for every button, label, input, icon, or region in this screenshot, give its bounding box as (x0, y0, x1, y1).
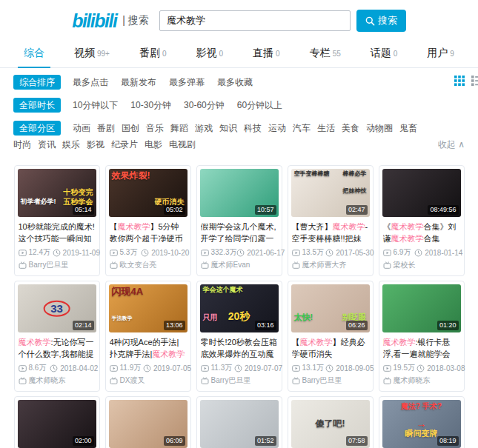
video-thumbnail[interactable]: 硬币消失效果炸裂! 05:02 (109, 169, 187, 217)
video-card[interactable]: 08:49:56 《魔术教学合集》刘谦魔术教学合集 6.9万 2018-01-1… (379, 165, 465, 276)
video-title[interactable]: 零时长!20秒教会压箱底效果爆炸的互动魔术【Barry (201, 336, 278, 360)
video-thumbnail[interactable]: 瞬间变牌→魔法? 手术? 08:19 (382, 400, 461, 448)
filter-option[interactable]: 最新发布 (121, 74, 156, 90)
video-card[interactable]: 瞬间变牌→魔法? 手术? 08:19 无道具!简单炫酷的瞬间变牌【咕咕星魔术教学… (379, 396, 465, 448)
filter-option[interactable]: 运动 (268, 120, 286, 136)
uploader[interactable]: 魔术师曹大齐 (292, 260, 369, 270)
filter-badge-active[interactable]: 综合排序 (13, 75, 61, 90)
filter-option[interactable]: 60分钟以上 (237, 97, 282, 113)
tab-话题[interactable]: 话题0 (369, 40, 399, 67)
video-title[interactable]: 10秒就能完成的魔术!这个技巧能一瞬间知道观众选择 (19, 221, 96, 244)
filter-option[interactable]: 10分钟以下 (73, 97, 118, 113)
video-card[interactable]: 别眨眼太快! 06:26 【魔术教学】经典必学硬币消失术!Striking Va… (288, 281, 374, 392)
video-card[interactable]: 初学者必学!五秒学会十秒变完 05:14 10秒就能完成的魔术!这个技巧能一瞬间… (14, 165, 100, 276)
duration-badge: 08:49:56 (428, 205, 458, 215)
filter-option[interactable]: 汽车 (293, 120, 311, 136)
filter-option[interactable]: 最多收藏 (217, 74, 253, 90)
filter-option[interactable]: 美食 (342, 120, 359, 136)
uploader[interactable]: 魔术师晓东 (19, 375, 96, 386)
video-card[interactable]: 10:57 假期学会这几个魔术,开学了给同学们露一手【魔术师 332.3万 20… (196, 165, 282, 276)
video-card[interactable]: 02:00 魔术教学:纯手法瞬间变牌!一分钟学会! 14.4万 2017-02-… (14, 396, 100, 448)
video-thumbnail[interactable]: 把妹神技棒棒必学空手变棒棒糖 02:47 (291, 169, 370, 217)
video-thumbnail[interactable]: 06:09 (109, 400, 187, 448)
filter-option[interactable]: 娱乐 (62, 136, 80, 153)
filter-option[interactable]: 生活 (317, 120, 335, 136)
search-input[interactable] (159, 10, 351, 31)
filter-option[interactable]: 舞蹈 (170, 120, 188, 136)
search-button[interactable]: 搜索 (356, 10, 406, 32)
filter-option[interactable]: 知识 (219, 120, 237, 136)
duration-badge: 07:58 (346, 436, 368, 446)
filter-option[interactable]: 动画 (73, 120, 90, 136)
tab-综合[interactable]: 综合 (22, 40, 46, 67)
video-thumbnail[interactable]: 01:20 (382, 284, 461, 332)
video-card[interactable]: 硬币消失效果炸裂! 05:02 【魔术教学】5分钟教你两个超干净硬币消失魔术! … (105, 165, 191, 276)
video-thumbnail[interactable]: 别眨眼太快! 06:26 (291, 284, 370, 332)
tab-直播[interactable]: 直播0 (251, 40, 282, 67)
uploader[interactable]: 梁校长 (383, 260, 460, 270)
tab-用户[interactable]: 用户9 (425, 40, 456, 67)
video-card[interactable]: 06:09 【B&W】【魔术教学+抽奖】橡皮筋穿越 8.7万 2015-03-0… (105, 396, 191, 448)
uploader[interactable]: Barry巴旦里 (19, 260, 96, 270)
tab-影视[interactable]: 影视0 (195, 40, 225, 67)
tab-番剧[interactable]: 番剧0 (138, 40, 168, 67)
filter-option[interactable]: 动物圈 (366, 120, 393, 136)
filter-option[interactable]: 30-60分钟 (184, 97, 225, 113)
filter-option[interactable]: 游戏 (195, 120, 213, 136)
filter-option[interactable]: 影视 (87, 136, 104, 153)
list-view-icon[interactable] (471, 76, 478, 86)
video-thumbnail[interactable]: 02:00 (18, 400, 96, 448)
filter-option[interactable]: 纪录片 (111, 136, 138, 153)
video-thumbnail[interactable]: 10:57 (200, 169, 279, 217)
video-title[interactable]: 【曹大齐】魔术教学-空手变棒棒糖!!把妹神招! (292, 221, 369, 244)
filter-option[interactable]: 鬼畜 (399, 120, 417, 136)
video-thumbnail[interactable]: 手法教学闪现4A 13:06 (109, 284, 187, 332)
filter-option[interactable]: 最多弹幕 (169, 74, 205, 90)
video-card[interactable]: 把妹神技棒棒必学空手变棒棒糖 02:47 【曹大齐】魔术教学-空手变棒棒糖!!把… (288, 165, 374, 276)
video-title[interactable]: 【魔术教学】经典必学硬币消失术!Striking Vanish (292, 336, 369, 360)
video-card[interactable]: 01:52 单手滚硬币,超简单帅气手法,学会后随时表演! 158.1万 2019… (196, 396, 282, 448)
video-card[interactable]: 01:20 魔术教学:银行卡悬浮,看一遍就能学会 19.5万 2018-03-0… (379, 281, 465, 392)
video-card[interactable]: 20秒只用学会这个魔术 03:16 零时长!20秒教会压箱底效果爆炸的互动魔术【… (196, 281, 282, 392)
filter-option[interactable]: 最多点击 (73, 74, 108, 90)
upload-date: 2019-11-09 (53, 249, 96, 257)
video-title[interactable]: 假期学会这几个魔术,开学了给同学们露一手【魔术师 (201, 221, 278, 244)
filter-badge-active[interactable]: 全部时长 (13, 98, 61, 113)
uploader[interactable]: 欧文变台亮 (110, 260, 187, 270)
video-title[interactable]: 【魔术教学】5分钟教你两个超干净硬币消失魔术! (110, 221, 187, 244)
filter-option[interactable]: 资讯 (38, 136, 56, 153)
collapse-link[interactable]: 收起 ∧ (438, 138, 465, 151)
video-card[interactable]: 傻了吧! 07:58 聚会上总有朋友拆穿你?这个魔术教你整蛊多嘴的观 20.3万… (288, 396, 374, 448)
video-title[interactable]: 魔术教学:无论你写一个什么数字,我都能提前猜中! (19, 336, 96, 360)
filter-option[interactable]: 10-30分钟 (130, 97, 171, 113)
video-title[interactable]: 4种闪现Ace的手法|扑克牌手法|魔术教学 (110, 336, 187, 360)
uploader[interactable]: Barry巴旦里 (292, 375, 369, 386)
video-title[interactable]: 《魔术教学合集》刘谦魔术教学合集 (383, 221, 460, 244)
filter-option[interactable]: 音乐 (146, 120, 164, 136)
uploader-name: 魔术师晓东 (29, 375, 66, 386)
uploader[interactable]: DX渡叉 (110, 375, 187, 386)
filter-option[interactable]: 电影 (145, 136, 162, 153)
filter-option[interactable]: 电视剧 (169, 136, 196, 153)
filter-option[interactable]: 科技 (244, 120, 262, 136)
video-thumbnail[interactable]: 傻了吧! 07:58 (291, 400, 370, 448)
filter-option[interactable]: 番剧 (97, 120, 115, 136)
filter-badge-active[interactable]: 全部分区 (13, 121, 61, 136)
video-thumbnail[interactable]: 初学者必学!五秒学会十秒变完 05:14 (18, 169, 96, 217)
tab-视频[interactable]: 视频99+ (73, 40, 111, 67)
video-card[interactable]: 33 02:14 魔术教学:无论你写一个什么数字,我都能提前猜中! 8.6万 2… (14, 281, 100, 392)
filter-option[interactable]: 时尚 (13, 136, 31, 153)
video-title[interactable]: 魔术教学:银行卡悬浮,看一遍就能学会 (383, 336, 460, 360)
video-thumbnail[interactable]: 08:49:56 (382, 169, 461, 217)
video-thumbnail[interactable]: 20秒只用学会这个魔术 03:16 (200, 284, 279, 332)
bilibili-logo[interactable]: bilibili (72, 10, 116, 32)
tab-专栏[interactable]: 专栏55 (308, 40, 342, 67)
video-thumbnail[interactable]: 01:52 (200, 400, 279, 448)
video-thumbnail[interactable]: 33 02:14 (18, 284, 96, 332)
filter-option[interactable]: 国创 (122, 120, 139, 136)
video-card[interactable]: 手法教学闪现4A 13:06 4种闪现Ace的手法|扑克牌手法|魔术教学 11.… (105, 281, 191, 392)
uploader[interactable]: Barry巴旦里 (201, 375, 278, 386)
uploader[interactable]: 魔术师晓东 (383, 375, 460, 386)
grid-view-icon[interactable] (454, 76, 465, 86)
uploader[interactable]: 魔术师Evan (201, 260, 278, 270)
